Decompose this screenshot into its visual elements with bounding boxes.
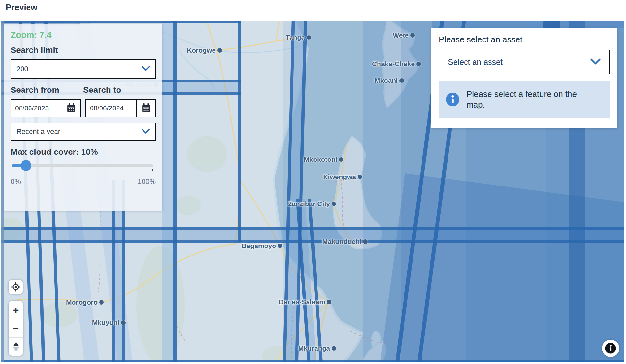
search-limit-select[interactable]: 200: [11, 59, 156, 79]
map-attribution-button[interactable]: [602, 340, 619, 357]
footprint-band-fill: [432, 21, 624, 28]
tilt-up-icon: [13, 342, 19, 346]
chevron-down-icon: [590, 58, 601, 66]
slider-tick-max: [152, 169, 153, 171]
search-to-field[interactable]: 08/06/2024: [85, 99, 156, 117]
calendar-button[interactable]: [62, 100, 80, 117]
geolocate-button[interactable]: [9, 280, 23, 294]
zoom-level-label: Zoom: 7.4: [11, 30, 156, 40]
asset-select[interactable]: Select an asset: [439, 50, 610, 74]
tilt-toggle-button[interactable]: [9, 338, 23, 356]
cloud-cover-slider[interactable]: [11, 161, 156, 170]
asset-select-value: Select an asset: [448, 57, 503, 67]
slider-thumb[interactable]: [21, 160, 31, 171]
zoom-out-button[interactable]: −: [9, 319, 23, 337]
info-message-text: Please select a feature on the map.: [466, 89, 588, 110]
zoom-control-group: + −: [9, 301, 23, 356]
footprint-band-edge: [1, 227, 624, 230]
search-from-field[interactable]: 08/06/2023: [11, 99, 81, 117]
info-circle-icon: [605, 342, 616, 354]
footprint-band-edge: [1, 360, 624, 362]
calendar-icon: [66, 103, 76, 113]
footprint-edge: [238, 21, 241, 242]
tilt-down-icon: [13, 347, 19, 351]
asset-panel: Please select an asset Select an asset P…: [431, 28, 617, 128]
search-limit-value: 200: [16, 65, 28, 73]
cloud-cover-label: Max cloud cover: 10%: [11, 147, 156, 157]
search-to-value[interactable]: 08/06/2024: [86, 100, 136, 117]
search-from-label: Search from: [11, 85, 83, 95]
footprint-band-edge: [1, 21, 241, 23]
asset-panel-title: Please select an asset: [439, 35, 610, 45]
filter-panel: Zoom: 7.4 Search limit 200 Search from S…: [4, 24, 162, 211]
date-range-select[interactable]: Recent a year: [11, 123, 156, 141]
page-title: Preview: [6, 3, 37, 13]
slider-tick-min: [13, 169, 13, 171]
search-from-value[interactable]: 08/06/2023: [11, 100, 62, 117]
footprint-edge: [173, 21, 177, 362]
geolocate-icon: [11, 282, 21, 292]
search-limit-label: Search limit: [11, 45, 156, 55]
calendar-button[interactable]: [137, 100, 155, 117]
info-icon: [446, 93, 459, 106]
date-range-value: Recent a year: [16, 127, 60, 136]
slider-track[interactable]: [12, 164, 153, 167]
search-to-label: Search to: [83, 85, 156, 95]
calendar-icon: [141, 103, 151, 113]
chevron-down-icon: [142, 129, 150, 135]
footprint-band-edge: [1, 240, 624, 243]
zoom-in-button[interactable]: +: [9, 301, 23, 319]
footprint-band-edge: [543, 21, 560, 28]
chevron-down-icon: [142, 66, 150, 72]
slider-max-label: 100%: [138, 178, 156, 186]
footprint-stripe-light: [162, 21, 173, 362]
info-message-box: Please select a feature on the map.: [439, 81, 610, 118]
slider-min-label: 0%: [11, 178, 21, 186]
